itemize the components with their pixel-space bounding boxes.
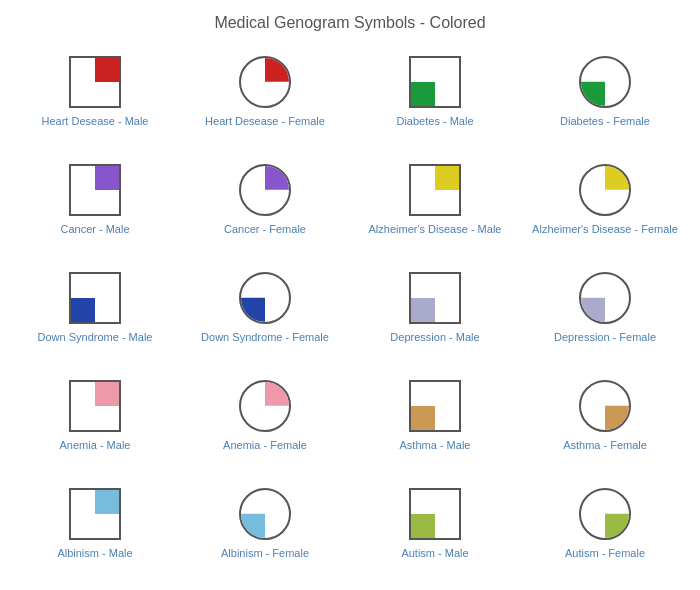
square-symbol-depression-male [409,272,461,324]
fill-depression-female [581,274,629,322]
label-depression-male: Depression - Male [390,330,479,344]
label-heart-disease-male: Heart Desease - Male [42,114,149,128]
cell-alzheimers-female: Alzheimer's Disease - Female [520,146,690,254]
cell-down-syndrome-male: Down Syndrome - Male [10,254,180,362]
label-heart-disease-female: Heart Desease - Female [205,114,325,128]
label-down-syndrome-female: Down Syndrome - Female [201,330,329,344]
circle-symbol-anemia-female [239,380,291,432]
circle-symbol-diabetes-female [579,56,631,108]
cell-heart-disease-female: Heart Desease - Female [180,38,350,146]
square-symbol-anemia-male [69,380,121,432]
cell-diabetes-male: Diabetes - Male [350,38,520,146]
cell-albinism-male: Albinism - Male [10,470,180,578]
fill-heart-disease-male [95,58,119,82]
cell-albinism-female: Albinism - Female [180,470,350,578]
label-down-syndrome-male: Down Syndrome - Male [38,330,153,344]
fill-anemia-male [95,382,119,406]
fill-alzheimers-female [581,166,629,214]
fill-depression-male [411,298,435,322]
fill-alzheimers-male [435,166,459,190]
fill-autism-female [581,490,629,538]
fill-down-syndrome-male [71,298,95,322]
label-autism-female: Autism - Female [565,546,645,560]
fill-albinism-male [95,490,119,514]
fill-anemia-female [241,382,289,430]
cell-heart-disease-male: Heart Desease - Male [10,38,180,146]
square-symbol-down-syndrome-male [69,272,121,324]
fill-down-syndrome-female [241,274,289,322]
cell-cancer-male: Cancer - Male [10,146,180,254]
square-symbol-alzheimers-male [409,164,461,216]
square-symbol-heart-disease-male [69,56,121,108]
square-symbol-autism-male [409,488,461,540]
cell-cancer-female: Cancer - Female [180,146,350,254]
circle-symbol-autism-female [579,488,631,540]
fill-cancer-male [95,166,119,190]
square-symbol-albinism-male [69,488,121,540]
cell-diabetes-female: Diabetes - Female [520,38,690,146]
fill-asthma-male [411,406,435,430]
cell-asthma-male: Asthma - Male [350,362,520,470]
cell-autism-male: Autism - Male [350,470,520,578]
square-symbol-asthma-male [409,380,461,432]
square-symbol-diabetes-male [409,56,461,108]
cell-depression-male: Depression - Male [350,254,520,362]
circle-symbol-cancer-female [239,164,291,216]
fill-asthma-female [581,382,629,430]
label-diabetes-male: Diabetes - Male [396,114,473,128]
label-cancer-female: Cancer - Female [224,222,306,236]
circle-symbol-alzheimers-female [579,164,631,216]
fill-cancer-female [241,166,289,214]
label-cancer-male: Cancer - Male [60,222,129,236]
label-asthma-female: Asthma - Female [563,438,647,452]
label-anemia-female: Anemia - Female [223,438,307,452]
fill-albinism-female [241,490,289,538]
circle-symbol-asthma-female [579,380,631,432]
label-alzheimers-male: Alzheimer's Disease - Male [369,222,502,236]
label-depression-female: Depression - Female [554,330,656,344]
cell-anemia-male: Anemia - Male [10,362,180,470]
fill-heart-disease-female [241,58,289,106]
label-diabetes-female: Diabetes - Female [560,114,650,128]
cell-autism-female: Autism - Female [520,470,690,578]
square-symbol-cancer-male [69,164,121,216]
label-albinism-male: Albinism - Male [57,546,132,560]
label-alzheimers-female: Alzheimer's Disease - Female [532,222,678,236]
cell-asthma-female: Asthma - Female [520,362,690,470]
page-title: Medical Genogram Symbols - Colored [0,0,700,38]
label-asthma-male: Asthma - Male [400,438,471,452]
circle-symbol-heart-disease-female [239,56,291,108]
fill-diabetes-female [581,58,629,106]
symbols-grid: Heart Desease - MaleHeart Desease - Fema… [0,38,700,578]
cell-down-syndrome-female: Down Syndrome - Female [180,254,350,362]
cell-alzheimers-male: Alzheimer's Disease - Male [350,146,520,254]
label-autism-male: Autism - Male [401,546,468,560]
circle-symbol-albinism-female [239,488,291,540]
label-albinism-female: Albinism - Female [221,546,309,560]
circle-symbol-down-syndrome-female [239,272,291,324]
circle-symbol-depression-female [579,272,631,324]
label-anemia-male: Anemia - Male [60,438,131,452]
fill-autism-male [411,514,435,538]
fill-diabetes-male [411,82,435,106]
cell-depression-female: Depression - Female [520,254,690,362]
cell-anemia-female: Anemia - Female [180,362,350,470]
